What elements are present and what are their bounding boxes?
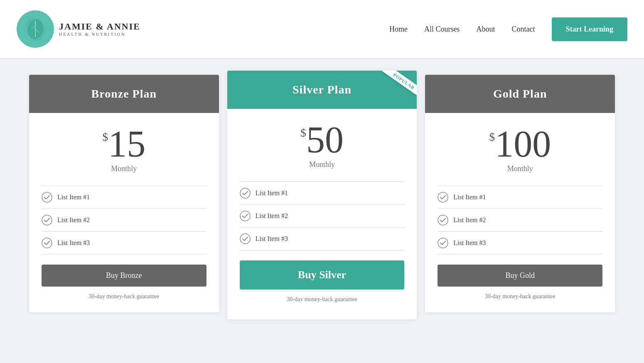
bronze-guarantee: 30-day money-back guarantee — [89, 293, 159, 300]
gold-plan-body: $ 100 Monthly List Item #1 — [425, 113, 615, 312]
bronze-plan-body: $ 15 Monthly List Item #1 — [29, 113, 219, 312]
gold-feature-3: List Item #3 — [438, 232, 602, 255]
bronze-plan-card: Bronze Plan $ 15 Monthly List Item #1 — [29, 75, 219, 312]
nav-all-courses[interactable]: All Courses — [424, 25, 460, 34]
nav-about[interactable]: About — [477, 25, 495, 34]
svg-point-12 — [438, 215, 448, 225]
silver-plan-card: Silver Plan POPULAR $ 50 Monthly List It… — [227, 71, 417, 319]
gold-amount: 100 — [495, 125, 551, 163]
check-icon — [42, 215, 52, 226]
svg-point-8 — [240, 188, 250, 198]
gold-period: Monthly — [489, 164, 551, 173]
svg-point-11 — [438, 192, 448, 202]
gold-price-area: $ 100 Monthly — [489, 125, 551, 173]
bronze-feature-2-label: List Item #2 — [57, 216, 90, 224]
bronze-feature-1-label: List Item #1 — [57, 194, 90, 201]
svg-point-10 — [240, 234, 250, 244]
gold-feature-1: List Item #1 — [438, 186, 602, 209]
silver-price-area: $ 50 Monthly — [300, 121, 344, 169]
main-nav: Home All Courses About Contact Start Lea… — [389, 17, 627, 41]
svg-point-9 — [240, 211, 250, 221]
logo-sub-text: HEALTH & NUTRITION — [59, 32, 140, 37]
svg-point-5 — [42, 192, 52, 202]
silver-feature-3: List Item #3 — [240, 228, 405, 250]
silver-feature-2-label: List Item #2 — [256, 212, 288, 220]
gold-feature-1-label: List Item #1 — [453, 194, 486, 201]
bronze-amount: 15 — [108, 125, 145, 163]
svg-point-13 — [438, 238, 448, 248]
check-icon — [42, 238, 52, 248]
gold-feature-list: List Item #1 List Item #2 List Item #3 — [438, 186, 602, 255]
silver-plan-header: Silver Plan POPULAR — [227, 71, 417, 109]
bronze-feature-2: List Item #2 — [42, 209, 206, 232]
check-icon — [438, 215, 448, 226]
silver-feature-3-label: List Item #3 — [256, 235, 288, 243]
check-icon — [240, 188, 251, 199]
gold-feature-3-label: List Item #3 — [453, 239, 486, 247]
silver-amount: 50 — [306, 121, 344, 159]
check-icon — [240, 233, 251, 244]
bronze-period: Monthly — [102, 164, 145, 173]
bronze-feature-3: List Item #3 — [42, 232, 206, 255]
nav-contact[interactable]: Contact — [512, 25, 535, 34]
bronze-plan-title: Bronze Plan — [91, 87, 157, 100]
buy-bronze-button[interactable]: Buy Bronze — [42, 265, 206, 287]
gold-feature-2-label: List Item #2 — [453, 216, 486, 224]
logo-text: JAMIE & ANNIE HEALTH & NUTRITION — [59, 22, 140, 36]
silver-guarantee: 30-day money-back guarantee — [287, 296, 357, 303]
logo-main-text: JAMIE & ANNIE — [59, 22, 140, 32]
bronze-feature-1: List Item #1 — [42, 186, 206, 209]
silver-plan-body: $ 50 Monthly List Item #1 — [227, 109, 417, 315]
bronze-feature-3-label: List Item #3 — [57, 239, 90, 247]
silver-feature-list: List Item #1 List Item #2 List Item #3 — [240, 182, 405, 250]
check-icon — [240, 211, 251, 221]
nav-home[interactable]: Home — [389, 25, 408, 34]
logo-icon — [17, 10, 54, 48]
silver-feature-1-label: List Item #1 — [256, 189, 288, 197]
bronze-feature-list: List Item #1 List Item #2 List Item #3 — [42, 186, 206, 255]
silver-period: Monthly — [300, 160, 344, 169]
logo: JAMIE & ANNIE HEALTH & NUTRITION — [17, 10, 140, 48]
header: JAMIE & ANNIE HEALTH & NUTRITION Home Al… — [0, 0, 644, 58]
silver-currency: $ — [300, 127, 306, 139]
bronze-price-area: $ 15 Monthly — [102, 125, 145, 173]
bronze-currency: $ — [102, 131, 108, 143]
svg-point-6 — [42, 215, 52, 225]
start-learning-button[interactable]: Start Learning — [552, 17, 628, 41]
silver-feature-2: List Item #2 — [240, 205, 405, 228]
popular-ribbon: POPULAR — [382, 71, 417, 97]
gold-plan-title: Gold Plan — [493, 87, 547, 100]
gold-plan-card: Gold Plan $ 100 Monthly List Item #1 — [425, 75, 615, 312]
gold-guarantee: 30-day money-back guarantee — [485, 293, 555, 300]
svg-point-7 — [42, 238, 52, 248]
bronze-plan-header: Bronze Plan — [29, 75, 219, 113]
gold-currency: $ — [489, 131, 495, 143]
pricing-section: Bronze Plan $ 15 Monthly List Item #1 — [0, 58, 644, 344]
check-icon — [438, 238, 448, 248]
check-icon — [438, 192, 448, 203]
gold-feature-2: List Item #2 — [438, 209, 602, 232]
buy-gold-button[interactable]: Buy Gold — [438, 265, 602, 287]
silver-feature-1: List Item #1 — [240, 182, 405, 205]
buy-silver-button[interactable]: Buy Silver — [240, 260, 405, 289]
gold-plan-header: Gold Plan — [425, 75, 615, 113]
silver-plan-title: Silver Plan — [293, 83, 351, 96]
check-icon — [42, 192, 52, 203]
